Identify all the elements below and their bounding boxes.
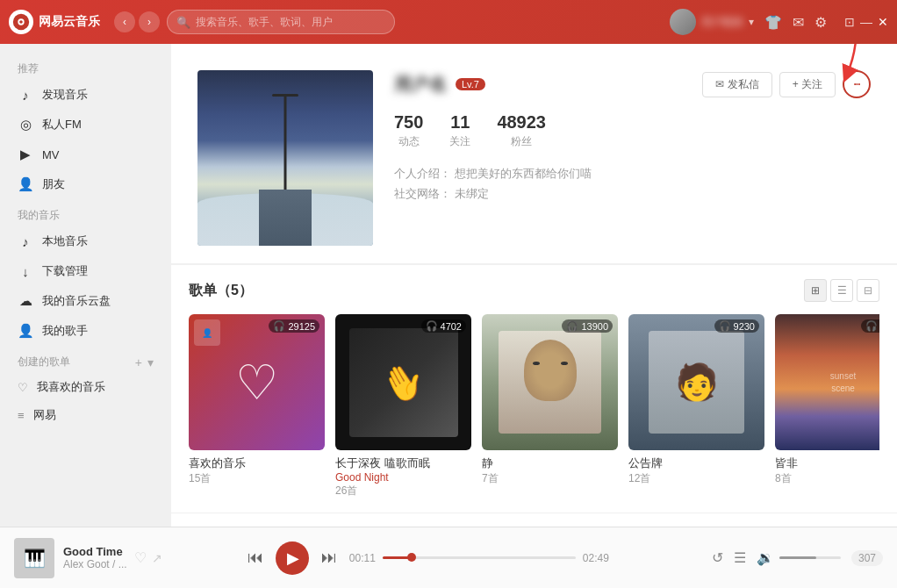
search-icon: 🔍: [176, 16, 190, 29]
friends-icon: 👤: [18, 176, 33, 192]
playlist-icon: ≡: [18, 409, 25, 422]
main-area: 推荐 ♪ 发现音乐 ◎ 私人FM ▶ MV 👤 朋友 我的音乐 ♪ 本地音乐 ↓…: [0, 44, 897, 527]
next-button[interactable]: ⏭: [321, 549, 337, 567]
profile-info: 用户名 Lv.7 ✉ 发私信 + 关注 ···: [394, 70, 871, 204]
play-button[interactable]: ▶: [276, 541, 309, 575]
minimize-button[interactable]: —: [860, 15, 872, 29]
stat-followers[interactable]: 48923 粉丝: [497, 112, 546, 149]
dynamics-label: 动态: [398, 135, 420, 147]
collection-section: 收藏（5） ⊞ ☰ ⊟: [171, 513, 897, 527]
share-button[interactable]: ↗: [152, 551, 162, 565]
annotation-arrow: [814, 44, 875, 88]
sidebar-item-mv[interactable]: ▶ MV: [0, 140, 171, 169]
sidebar-item-discover[interactable]: ♪ 发现音乐: [0, 80, 171, 110]
time-total: 02:49: [583, 552, 609, 564]
following-count: 11: [449, 112, 470, 133]
followers-count: 48923: [497, 112, 546, 133]
back-button[interactable]: ‹: [114, 11, 135, 32]
playlists-header: 歌单（5） ⊞ ☰ ⊟: [189, 279, 879, 302]
nowplaying-artist: Alex Goot / ...: [63, 558, 127, 570]
stat-dynamics[interactable]: 750 动态: [394, 112, 423, 149]
user-avatar: [670, 9, 696, 35]
playlist-thumb-goodnight: ✋ 🎧 4702: [335, 314, 471, 450]
playlist-thumb-quiet: 🎧 13900: [482, 314, 618, 450]
grid-view-button[interactable]: ⊞: [804, 279, 827, 302]
mail-small-icon: ✉: [715, 78, 724, 90]
sidebar-item-friends[interactable]: 👤 朋友: [0, 169, 171, 199]
profile-meta: 个人介绍： 想把美好的东西都给你们喵 社交网络： 未绑定: [394, 163, 871, 204]
social-text: 未绑定: [455, 187, 489, 200]
resize-button[interactable]: ⊡: [844, 15, 855, 29]
nowplaying-right: ↺ ☰ 🔉 307: [712, 549, 883, 566]
like-button[interactable]: ♡: [134, 549, 147, 566]
playlist-card-billboard[interactable]: 🧑 🎧 9230 公告牌 12首: [628, 314, 764, 498]
sidebar-item-myartist[interactable]: 👤 我的歌手: [0, 316, 171, 346]
sidebar-item-cloud[interactable]: ☁ 我的音乐云盘: [0, 286, 171, 316]
playlist-count-none: 🎧 8243: [861, 319, 879, 333]
count-label: 307: [858, 552, 876, 564]
topbar: 网易云音乐 ‹ › 🔍 用户昵称 ▾ 👕 ✉ ⚙ ⊡ — ✕: [0, 0, 897, 44]
message-button[interactable]: ✉ 发私信: [702, 72, 772, 97]
topbar-right: 用户昵称 ▾ 👕 ✉ ⚙ ⊡ — ✕: [670, 9, 888, 35]
nowplaying-bar: 🎹 Good Time Alex Goot / ... ♡ ↗ ⏮ ▶ ⏭ 00…: [0, 527, 897, 588]
mail-icon[interactable]: ✉: [793, 14, 804, 31]
dynamics-count: 750: [394, 112, 423, 133]
sidebar-local-label: 本地音乐: [42, 233, 88, 249]
logo-icon: [9, 10, 33, 34]
nowplaying-info: Good Time Alex Goot / ...: [63, 545, 127, 570]
sidebar-item-local[interactable]: ♪ 本地音乐: [0, 226, 171, 256]
stat-following[interactable]: 11 关注: [449, 112, 470, 149]
mv-icon: ▶: [18, 147, 33, 162]
playlist-card-liked[interactable]: 👤 ♡ 🎧 29125 喜欢的音乐 15首: [189, 314, 325, 498]
playlist-songs-liked: 15首: [189, 471, 325, 486]
add-playlist-icon[interactable]: +: [135, 355, 142, 369]
headphone-icon-5: 🎧: [865, 320, 878, 332]
playlist-card-quiet[interactable]: 🎧 13900 静 7首: [482, 314, 618, 498]
fm-icon: ◎: [18, 117, 33, 133]
playlist-icon-np[interactable]: ☰: [734, 549, 746, 566]
playlist-songs-billboard: 12首: [628, 471, 764, 486]
sidebar-item-download[interactable]: ↓ 下载管理: [0, 256, 171, 286]
playlists-title: 歌单（5）: [189, 282, 253, 300]
local-music-icon: ♪: [18, 234, 33, 249]
playlist-count-goodnight: 🎧 4702: [421, 319, 466, 333]
prev-button[interactable]: ⏮: [248, 549, 263, 567]
sidebar-cloud-label: 我的音乐云盘: [42, 293, 111, 309]
profile-level-badge: Lv.7: [456, 78, 485, 90]
playlist-card-goodnight[interactable]: ✋ 🎧 4702 长于深夜 嗑歌而眠 Good Night 26首: [335, 314, 471, 498]
download-icon: ↓: [18, 264, 33, 279]
list-view-button[interactable]: ☰: [830, 279, 853, 302]
sidebar-item-liked[interactable]: ♡ 我喜欢的音乐: [0, 373, 171, 401]
sidebar-item-wangyi[interactable]: ≡ 网易: [0, 401, 171, 429]
search-input[interactable]: [196, 16, 385, 28]
search-bar[interactable]: 🔍: [167, 10, 395, 34]
close-button[interactable]: ✕: [878, 15, 888, 29]
user-avatar-area[interactable]: 用户昵称 ▾: [670, 9, 754, 35]
playlist-name-quiet: 静: [482, 455, 618, 471]
recommend-section-title: 推荐: [0, 53, 171, 80]
forward-button[interactable]: ›: [139, 11, 160, 32]
repeat-icon[interactable]: ↺: [712, 549, 723, 566]
sidebar-download-label: 下载管理: [42, 263, 88, 279]
svg-point-2: [19, 20, 23, 24]
expand-icon[interactable]: ▾: [147, 355, 154, 369]
nowplaying-cover: 🎹: [14, 538, 54, 578]
headphone-icon-3: 🎧: [566, 320, 578, 332]
sidebar-item-fm[interactable]: ◎ 私人FM: [0, 110, 171, 140]
created-playlists-header: 创建的歌单 + ▾: [0, 346, 171, 373]
playlist-name-goodnight: 长于深夜 嗑歌而眠: [335, 455, 471, 471]
created-section-title: 创建的歌单: [18, 355, 70, 369]
social-row: 社交网络： 未绑定: [394, 183, 871, 204]
settings-icon[interactable]: ⚙: [814, 14, 827, 31]
playlist-count-badge[interactable]: 307: [851, 550, 883, 566]
volume-icon[interactable]: 🔉: [757, 549, 774, 566]
sidebar-discover-label: 发现音乐: [42, 87, 88, 103]
playlist-card-none[interactable]: sunsetscene 🎧 8243 皆非 8首: [775, 314, 879, 498]
app-name: 网易云音乐: [39, 14, 100, 30]
compact-view-button[interactable]: ⊟: [857, 279, 879, 302]
volume-bar[interactable]: [779, 556, 841, 559]
progress-bar[interactable]: [383, 556, 576, 559]
shirt-icon[interactable]: 👕: [764, 14, 782, 31]
cloud-icon: ☁: [18, 293, 33, 309]
app-logo: 网易云音乐: [9, 10, 105, 34]
